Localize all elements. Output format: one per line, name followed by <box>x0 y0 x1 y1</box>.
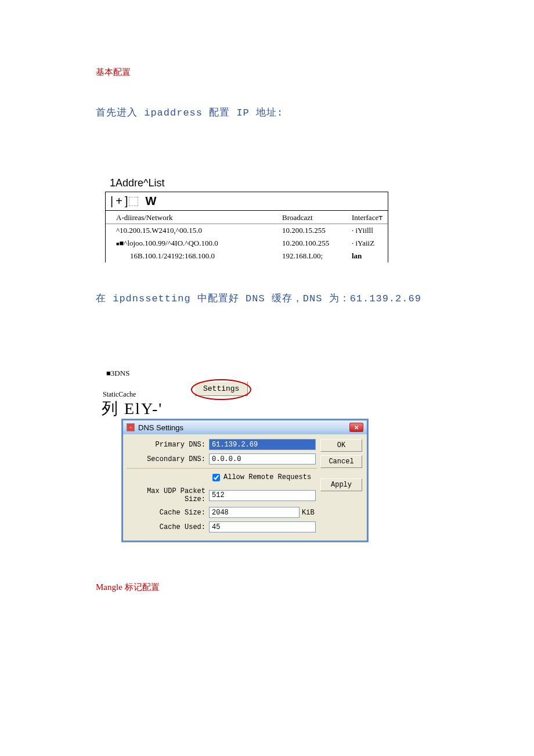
dns-form: Primary DNS: Secondary DNS: Allow Remote… <box>128 439 316 536</box>
dns-intro-text: 在 ipdnssetting 中配置好 DNS 缓存，DNS 为：61.139.… <box>96 291 534 305</box>
address-list-toolbar: | + ] W <box>106 192 388 211</box>
allow-remote-checkbox[interactable] <box>212 474 220 481</box>
add-icon[interactable]: + <box>116 195 122 208</box>
window-icon: ▫ <box>127 423 135 431</box>
ok-button[interactable]: OK <box>320 439 362 452</box>
table-row[interactable]: ^10.200.15.W2410,^00.15.0 10.200.15.255 … <box>106 224 388 237</box>
cell-interface: · iYiilll <box>352 226 373 235</box>
ip-address-intro: 首先进入 ipaddress 配置 IP 地址: <box>96 106 534 119</box>
dns-button-column: OK Cancel Apply <box>320 439 362 536</box>
table-row[interactable]: 16B.100.1/24192:168.100.0 192.168.L00; l… <box>106 250 388 262</box>
table-row[interactable]: ■■^lojoo.100.99/^4IO.^QO.100.0 10.200.10… <box>106 237 388 250</box>
apply-button[interactable]: Apply <box>320 478 362 491</box>
allow-remote-label: Allow Remote Requests <box>223 473 311 481</box>
dns-window-title: DNS Settings <box>138 423 183 432</box>
cache-size-unit: KiB <box>302 509 316 517</box>
primary-dns-label: Primary DNS: <box>128 441 209 449</box>
cache-used-value <box>209 521 316 532</box>
bracket-icon: | <box>110 195 113 208</box>
dns-titlebar[interactable]: ▫ DNS Settings ✕ <box>123 420 367 434</box>
settings-button[interactable]: Settings <box>194 381 248 396</box>
cell-interface: · iYaiiZ <box>352 239 374 247</box>
cache-used-label: Cache Used: <box>128 523 209 531</box>
cell-address: ■^lojoo.100.99/^4IO.^QO.100.0 <box>119 239 218 247</box>
cell-address: 16B.100.1/24192:168.100.0 <box>130 251 215 260</box>
dns-settings-window: ▫ DNS Settings ✕ Primary DNS: Secondary … <box>122 420 367 541</box>
col-broadcast[interactable]: Broadcazt <box>272 211 341 224</box>
primary-dns-input[interactable] <box>209 439 316 450</box>
col-interface[interactable]: Interfaceᴛ <box>341 211 388 224</box>
secondary-dns-input[interactable] <box>209 453 316 465</box>
close-icon[interactable]: ✕ <box>349 423 363 432</box>
address-table: A-diireas/Network Broadcazt Interfaceᴛ ^… <box>106 211 388 262</box>
col-address[interactable]: A-diireas/Network <box>106 211 272 224</box>
cell-address: ^10.200.15.W2410,^00.15.0 <box>116 226 202 235</box>
cell-interface: lan <box>352 251 362 260</box>
table-header-row: A-diireas/Network Broadcazt Interfaceᴛ <box>106 211 388 224</box>
secondary-dns-label: Secondary DNS: <box>128 455 209 463</box>
placeholder-icon <box>129 197 138 206</box>
dns-3dns-label: ■3DNS <box>106 369 534 378</box>
cell-broadcast: 10.200.100.255 <box>282 239 329 247</box>
address-list-window: | + ] W A-diireas/Network Broadcazt Inte… <box>105 192 388 262</box>
lie-text: 列 ElY-' <box>102 398 534 420</box>
cell-broadcast: 10.200.15.255 <box>282 226 326 235</box>
toolbar-w-label: W <box>145 195 156 208</box>
address-list-title: 1Addre^List <box>110 177 534 189</box>
mangle-heading: Mangle 标记配置 <box>96 582 534 593</box>
max-udp-label: Max UDP Packet Size: <box>128 487 209 503</box>
cell-broadcast: 192.168.L00; <box>282 251 323 260</box>
bracket-close-icon: ] <box>125 195 128 208</box>
cache-size-label: Cache Size: <box>128 509 209 517</box>
cache-size-input[interactable] <box>209 507 300 518</box>
basic-config-heading: 基本配置 <box>96 67 534 78</box>
max-udp-input[interactable] <box>209 490 316 501</box>
cancel-button[interactable]: Cancel <box>320 455 362 468</box>
